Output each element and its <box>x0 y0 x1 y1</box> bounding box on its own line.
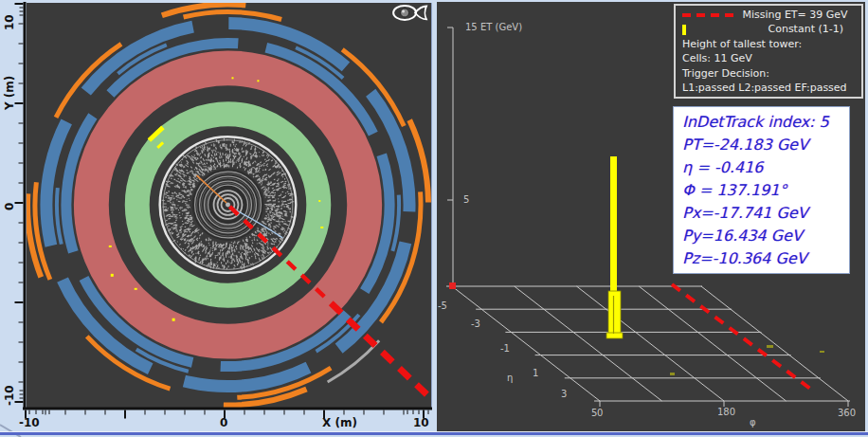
track-py: Py=16.434 GeV <box>682 225 849 247</box>
atlantis-event-display: 10 Y (m) 0 -10 -10 0 X (m) 10 <box>0 0 868 437</box>
x-axis-ruler <box>0 407 432 422</box>
constant-label: Constant (1-1) <box>688 23 855 36</box>
detector-cross-section[interactable] <box>27 3 432 409</box>
phi-tick: 360 <box>838 408 856 418</box>
atlantis-logo-icon <box>393 6 426 20</box>
et-axis-title: 15 ET (GeV) <box>465 22 522 32</box>
track-eta: η = -0.416 <box>682 156 849 179</box>
track-px: Px=-17.741 GeV <box>682 202 849 225</box>
legend-box: Missing ET= 39 GeV Constant (1-1) Height… <box>674 4 863 99</box>
y-tick-0: 0 <box>4 203 15 210</box>
missing-et-label: Missing ET= 39 GeV <box>735 9 855 22</box>
lego-plot-panel: 15 ET (GeV) 5 -5 -3 -1 1 3 5 η 0 180 360… <box>437 2 865 431</box>
trigger-title: Trigger Decision: <box>682 67 855 81</box>
eta-tick: 3 <box>561 389 567 399</box>
missing-et-dash-icon <box>682 12 735 18</box>
eta-tick: -5 <box>438 300 447 311</box>
y-tick-10: 10 <box>4 14 15 30</box>
trigger-result: L1:passed L2:passed EF:passed <box>682 82 855 95</box>
y-tick-neg10: -10 <box>4 385 15 406</box>
phi-axis-title: φ <box>750 417 756 428</box>
window-bottom-edge <box>0 432 868 435</box>
x-axis-title: X (m) <box>322 417 357 428</box>
tallest-tower-title: Height of tallest tower: <box>682 38 855 51</box>
origin-marker <box>449 282 456 289</box>
track-pz: Pz=-10.364 GeV <box>682 247 849 270</box>
eta-axis-title: η <box>507 373 513 383</box>
track-pt: PT=-24.183 GeV <box>682 134 849 156</box>
tallest-tower[interactable] <box>606 156 623 338</box>
et-tick-5: 5 <box>463 194 469 205</box>
track-info-box: InDetTrack index: 5 PT=-24.183 GeV η = -… <box>673 106 850 274</box>
phi-tick: 180 <box>717 407 735 417</box>
x-tick-10: 10 <box>413 417 429 428</box>
missing-et-phi-line <box>672 284 814 391</box>
eta-tick: -3 <box>471 319 480 329</box>
y-axis-title: Y (m) <box>4 76 15 110</box>
eta-tick: -1 <box>500 343 510 354</box>
track-phi: Φ = 137.191° <box>682 179 849 202</box>
x-tick-0: 0 <box>220 417 227 428</box>
phi-tick: 0 <box>597 408 603 418</box>
cells-value: Cells: 11 GeV <box>682 52 855 65</box>
yx-projection-panel: 10 Y (m) 0 -10 -10 0 X (m) 10 <box>0 0 432 437</box>
eta-tick: 1 <box>533 368 538 378</box>
track-info-title: InDetTrack index: 5 <box>682 111 849 134</box>
